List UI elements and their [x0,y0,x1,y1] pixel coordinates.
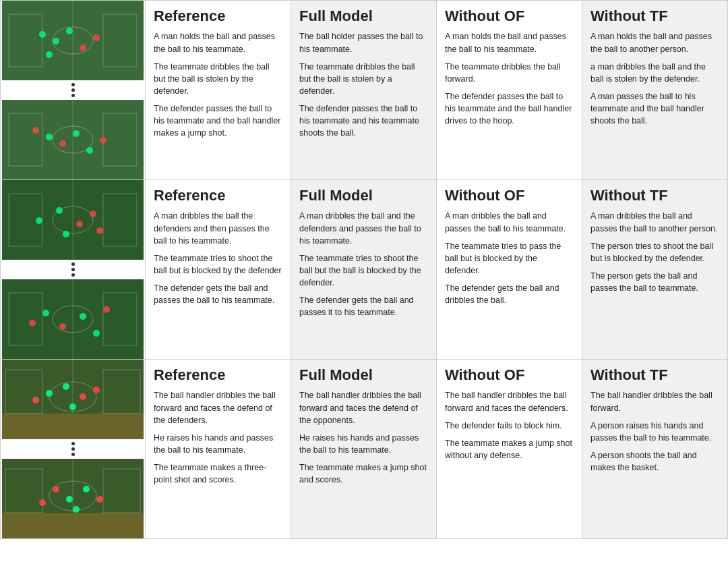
row2-col4-p2: A person raises his hands and passes the… [590,420,719,444]
svg-point-43 [103,306,110,313]
row0-col2-p1: The ball holder passes the ball to his t… [299,30,428,55]
row0-col3-p3: The defender passes the ball to his team… [445,90,574,127]
dot [71,447,75,451]
row1-col4-body: A man dribbles the ball and passes the b… [590,210,719,294]
svg-point-50 [46,390,53,397]
svg-point-40 [80,313,86,320]
row0-col1-p1: A man holds the ball and passes the ball… [154,30,282,55]
svg-point-10 [46,51,53,58]
row0-col4-body: A man holds the ball and passes the ball… [590,30,719,127]
row2-col2-p2: He raises his hands and passes the ball … [299,432,428,456]
row2-col2-p3: The teammate makes a jump shot and score… [299,461,428,486]
row1-col4-p3: The person gets the ball and passes the … [590,270,719,294]
dot [71,94,75,97]
row2-col4: Without TF The ball handler dribbles the… [582,360,728,539]
row2-col3-p1: The ball handler dribbles the ball forwa… [445,389,574,414]
row1-image-cell [1,180,146,360]
svg-point-8 [80,45,86,51]
row0-col4: Without TF A man holds the ball and pass… [582,1,728,180]
svg-point-5 [39,31,46,38]
main-grid: Reference A man holds the ball and passe… [0,0,728,539]
row2-col2-p1: The ball handler dribbles the ball forwa… [299,389,428,426]
row1-col4-p2: The person tries to shoot the ball but i… [590,240,719,264]
row2-col4-header: Without TF [590,366,719,384]
row0-dots-divider [71,80,75,100]
row0-col1-header: Reference [154,7,282,25]
row2-dots-divider [71,439,75,459]
svg-point-6 [53,38,59,45]
row2-image-cell [1,360,146,539]
row0-col3-p2: The teammate dribbles the ball forward. [445,61,574,85]
row2-col3-p2: The defender fails to block him. [445,420,574,432]
row2-col1-body: The ball handler dribbles the ball forwa… [154,389,282,486]
row1-dots-divider [71,260,75,279]
row0-col3-p1: A man holds the ball and passes the ball… [445,30,574,55]
row2-image-bottom [2,459,144,538]
row0-col2-header: Full Model [299,7,428,25]
row2-image-top [2,360,144,439]
svg-point-52 [80,393,86,400]
row1-col3-header: Without OF [445,187,574,204]
row1-col2-header: Full Model [299,187,428,204]
row2-col1: Reference The ball handler dribbles the … [146,360,291,539]
svg-point-53 [69,403,76,410]
svg-point-67 [73,506,80,513]
svg-point-41 [93,330,100,337]
svg-point-38 [42,310,49,316]
row2-col4-body: The ball handler dribbles the ball forwa… [590,389,719,474]
row1-col3-body: A man dribbles the ball and passes the b… [445,210,574,306]
svg-point-18 [73,130,80,137]
svg-point-30 [90,210,96,217]
row0-col4-p1: A man holds the ball and passes the ball… [590,30,719,55]
row0-col4-p3: A man passes the ball to his teammate an… [590,90,719,127]
svg-point-39 [59,323,66,330]
svg-point-62 [53,486,59,493]
svg-point-16 [46,134,53,140]
row0-col1-body: A man holds the ball and passes the ball… [154,30,282,139]
svg-point-66 [96,496,103,503]
row2-col3-body: The ball handler dribbles the ball forwa… [445,389,574,461]
row1-col3-p3: The defender gets the ball and dribbles … [445,282,574,306]
row1-col2-body: A man dribbles the ball and the defender… [299,210,428,318]
svg-point-42 [29,320,36,327]
row2-col4-p3: A person shoots the ball and makes the b… [590,449,719,474]
dot [71,88,75,92]
svg-point-20 [32,127,39,134]
svg-point-51 [63,383,69,390]
row1-col4-p1: A man dribbles the ball and passes the b… [590,210,719,234]
row1-col1-p2: The teammate tries to shoot the ball but… [154,252,282,277]
row1-col3: Without OF A man dribbles the ball and p… [437,180,582,360]
row0-image-bottom [2,100,144,179]
row1-col2-p2: The teammate tries to shoot the ball but… [299,252,428,289]
dot [71,273,75,277]
svg-point-63 [66,496,73,503]
row2-col2: Full Model The ball handler dribbles the… [291,360,437,539]
row0-col2-p2: The teammate dribbles the ball but the b… [299,61,428,97]
row1-col2-p1: A man dribbles the ball and the defender… [299,210,428,246]
row0-col3-header: Without OF [445,7,574,25]
svg-point-9 [93,34,100,41]
row2-col1-p3: The teammate makes a three-point shot an… [154,461,282,486]
row1-col1-header: Reference [154,187,282,204]
svg-point-55 [93,387,100,393]
dot [71,268,75,271]
svg-point-21 [100,137,107,144]
row2-col3: Without OF The ball handler dribbles the… [437,360,582,539]
row0-col3-body: A man holds the ball and passes the ball… [445,30,574,127]
row0-image-cell [1,1,146,180]
svg-point-7 [66,28,73,34]
row1-col3-p2: The teammate tries to pass the ball but … [445,240,574,277]
row0-col2-body: The ball holder passes the ball to his t… [299,30,428,139]
svg-point-32 [96,227,103,234]
svg-point-27 [36,217,42,224]
svg-point-17 [59,140,66,147]
row2-col2-header: Full Model [299,366,428,384]
row1-col1: Reference A man dribbles the ball the de… [146,180,291,360]
row2-col2-body: The ball handler dribbles the ball forwa… [299,389,428,486]
row2-col1-header: Reference [154,366,282,384]
row1-col2-p3: The defender gets the ball and passes it… [299,294,428,318]
svg-point-29 [76,221,83,227]
row2-col4-p1: The ball handler dribbles the ball forwa… [590,389,719,414]
svg-point-64 [83,486,90,493]
row2-col1-p2: He raises his hands and passes the ball … [154,432,282,456]
